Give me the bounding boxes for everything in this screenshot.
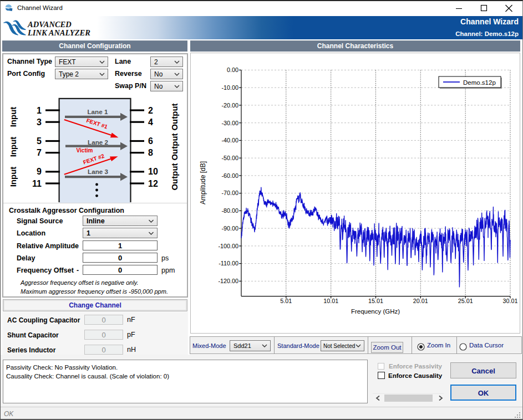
svg-text:Victim: Victim xyxy=(77,147,93,153)
svg-text:Lane 2: Lane 2 xyxy=(88,139,109,146)
svg-text:2: 2 xyxy=(148,106,153,115)
svg-text:-110.00: -110.00 xyxy=(219,260,238,267)
svg-text:6: 6 xyxy=(148,136,153,146)
svg-text:-30.00: -30.00 xyxy=(221,120,238,126)
svg-text:25.01: 25.01 xyxy=(458,298,473,304)
svg-text:Input: Input xyxy=(8,137,18,157)
svg-text:20.01: 20.01 xyxy=(413,298,428,304)
svg-text:1: 1 xyxy=(37,106,42,115)
svg-text:Demo.s12p: Demo.s12p xyxy=(463,79,496,86)
svg-text:-120.00: -120.00 xyxy=(218,278,238,284)
svg-text:-50.00: -50.00 xyxy=(221,155,238,161)
svg-text:Amplitude [dB]: Amplitude [dB] xyxy=(199,161,207,204)
svg-text:-80.00: -80.00 xyxy=(221,207,238,214)
svg-text:-70.00: -70.00 xyxy=(221,189,238,196)
svg-text:-100.00: -100.00 xyxy=(218,243,238,249)
svg-text:Input: Input xyxy=(8,167,18,187)
svg-text:-40.00: -40.00 xyxy=(221,137,238,144)
svg-text:3: 3 xyxy=(37,117,42,127)
svg-text:Lane 1: Lane 1 xyxy=(87,108,108,115)
svg-text:-20.00: -20.00 xyxy=(221,102,238,109)
svg-text:10.01: 10.01 xyxy=(323,298,338,304)
svg-text:9: 9 xyxy=(37,167,42,176)
svg-text:Output: Output xyxy=(170,103,179,130)
svg-text:7: 7 xyxy=(37,148,42,157)
svg-text:15.01: 15.01 xyxy=(368,298,383,304)
svg-text:0.00: 0.00 xyxy=(227,66,238,73)
svg-text:Input: Input xyxy=(8,107,18,127)
svg-text:11: 11 xyxy=(32,179,42,188)
svg-text:Output: Output xyxy=(170,163,179,190)
svg-text:-60.00: -60.00 xyxy=(221,172,238,179)
svg-text:Lane 3: Lane 3 xyxy=(88,168,109,175)
svg-text:30.01: 30.01 xyxy=(502,298,517,304)
svg-text:12: 12 xyxy=(148,179,158,188)
svg-text:-10.00: -10.00 xyxy=(221,84,238,91)
svg-text:10: 10 xyxy=(148,167,158,176)
svg-text:4: 4 xyxy=(148,117,153,127)
svg-text:5: 5 xyxy=(37,136,42,146)
svg-text:Frequency (GHz): Frequency (GHz) xyxy=(351,308,400,315)
svg-text:-90.00: -90.00 xyxy=(221,225,238,232)
svg-text:8: 8 xyxy=(148,148,153,157)
svg-text:Output: Output xyxy=(170,133,179,160)
svg-text:5.01: 5.01 xyxy=(280,298,292,304)
